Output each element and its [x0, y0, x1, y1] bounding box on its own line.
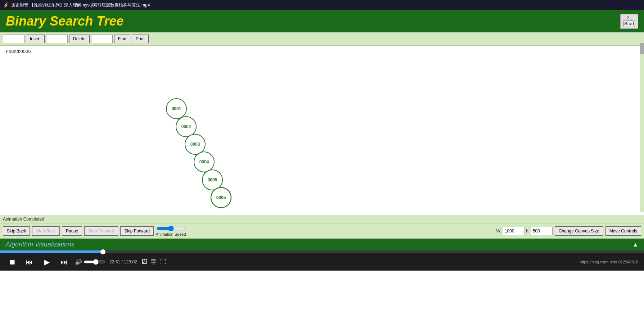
algo-vis-arrow-icon[interactable]: ▲: [632, 241, 638, 248]
animation-completed-text: Animation Completed: [3, 217, 44, 222]
h-label: h:: [526, 228, 530, 234]
volume-icon: 🔊: [75, 259, 82, 266]
video-total-time: 129:02: [124, 259, 137, 264]
volume-slider[interactable]: [84, 259, 105, 265]
insert-input[interactable]: [3, 35, 24, 43]
w-label: W:: [496, 228, 501, 234]
print-button[interactable]: Print: [132, 35, 149, 43]
caption-icon[interactable]: 字: [151, 258, 157, 266]
video-progress-bar[interactable]: [0, 250, 644, 253]
scroll-thumb: [640, 46, 644, 54]
canvas-width-input[interactable]: [503, 227, 524, 235]
node-label-0004: 0004: [199, 159, 209, 164]
find-input[interactable]: [91, 35, 113, 43]
find-button[interactable]: Find: [114, 35, 130, 43]
video-next-button[interactable]: ⏭: [58, 255, 71, 268]
skip-forward-button[interactable]: Skip Forward: [120, 226, 154, 236]
title-bar-text: 迅雷影音 【性能调优系列】深入理解mysql索引底层数据结构与算法.mp4: [11, 2, 150, 8]
insert-button[interactable]: Insert: [26, 35, 45, 43]
volume-area: 🔊: [75, 259, 105, 266]
speed-label: Animation Speed: [156, 232, 186, 236]
video-current-time: 22:51: [109, 259, 120, 264]
step-forward-button[interactable]: Step Forward: [84, 226, 118, 236]
node-label-0002: 0002: [181, 124, 191, 129]
start-preview: P...: [623, 16, 635, 20]
algo-vis-title: Algorithm Visualizations: [6, 241, 75, 248]
canvas-height-input[interactable]: [531, 227, 553, 235]
start-button-area: P... Start: [620, 14, 638, 29]
title-bar-icon: ⚡: [3, 2, 9, 8]
right-icons: 🖼 字 ⛶: [141, 258, 166, 266]
canvas-area: Found:0006 0001 0002 0003 0004 0005 0006: [0, 46, 644, 215]
pause-button[interactable]: Pause: [62, 226, 82, 236]
url-text: https://blog.csdn.net/u012946310: [580, 260, 638, 264]
change-canvas-size-button[interactable]: Change Canvas Size: [555, 226, 603, 236]
controls-bar: Skip Back Step Back Pause Step Forward S…: [0, 223, 644, 239]
delete-input[interactable]: [46, 35, 68, 43]
video-prev-button[interactable]: ⏮: [23, 255, 36, 268]
video-controls: ⏹ ⏮ ▶ ⏭ 🔊 22:51 / 129:02 🖼 字 ⛶ https://b…: [0, 253, 644, 271]
animation-completed-bar: Animation Completed: [0, 215, 644, 223]
screenshot-icon[interactable]: 🖼: [141, 259, 147, 265]
algo-vis-bar: Algorithm Visualizations ▲: [0, 239, 644, 250]
tree-svg: 0001 0002 0003 0004 0005 0006: [0, 46, 644, 215]
delete-button[interactable]: Delete: [69, 35, 90, 43]
app-title: Binary Search Tree: [6, 14, 124, 29]
node-label-0003: 0003: [190, 142, 200, 147]
title-bar: ⚡ 迅雷影音 【性能调优系列】深入理解mysql索引底层数据结构与算法.mp4: [0, 0, 644, 10]
video-time: 22:51 / 129:02: [109, 259, 137, 264]
move-controls-button[interactable]: Move Controls: [605, 226, 641, 236]
step-back-button[interactable]: Step Back: [32, 226, 60, 236]
node-label-0006: 0006: [216, 195, 226, 200]
speed-slider-area: Animation Speed: [156, 226, 186, 236]
skip-back-button[interactable]: Skip Back: [3, 226, 30, 236]
app-header: Binary Search Tree P... Start: [0, 10, 644, 32]
toolbar: Insert Delete Find Print: [0, 32, 644, 46]
video-progress-fill: [0, 250, 103, 253]
canvas-size-inputs: W: h:: [496, 227, 552, 235]
fullscreen-icon[interactable]: ⛶: [160, 259, 166, 265]
canvas-scrollbar[interactable]: [640, 46, 644, 212]
video-progress-thumb: [100, 249, 105, 254]
start-button[interactable]: Start: [623, 20, 635, 27]
video-stop-button[interactable]: ⏹: [6, 255, 19, 268]
speed-slider[interactable]: [157, 226, 185, 231]
video-play-button[interactable]: ▶: [40, 255, 53, 268]
node-label-0005: 0005: [208, 177, 217, 182]
node-label-0001: 0001: [172, 106, 181, 111]
